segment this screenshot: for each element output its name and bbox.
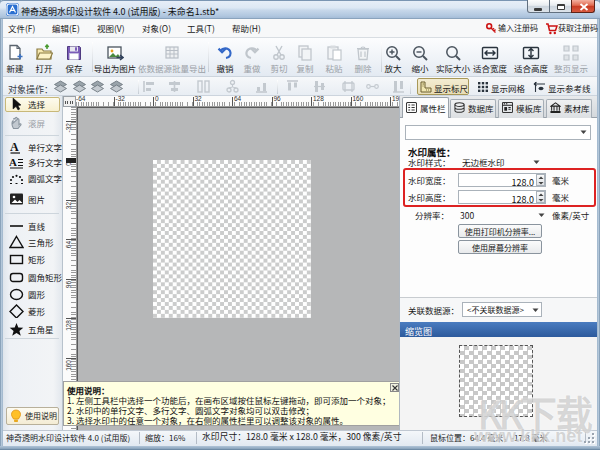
svg-text:A: A: [9, 156, 17, 168]
svg-text:A: A: [10, 140, 19, 154]
